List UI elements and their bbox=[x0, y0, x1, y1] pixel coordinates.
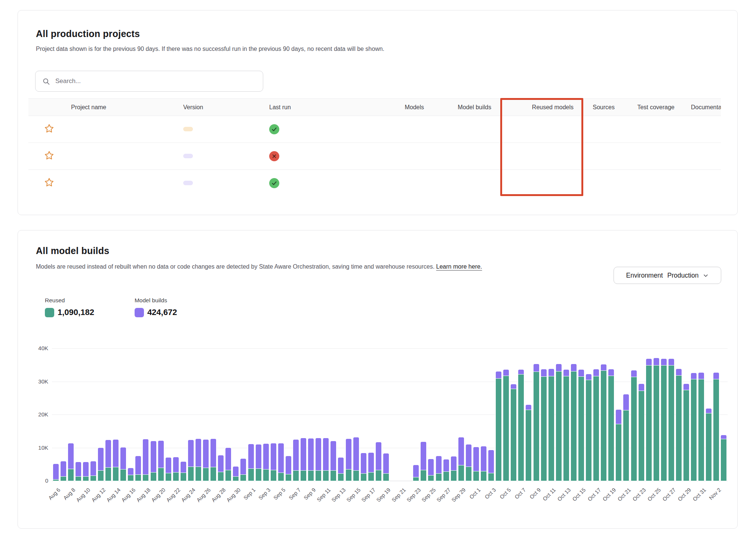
stacked-bar-oct-25 bbox=[654, 358, 659, 481]
bar-segment-model-builds bbox=[240, 459, 246, 474]
bar-segment-reused bbox=[496, 379, 501, 481]
bar-segment-model-builds bbox=[556, 364, 562, 371]
stacked-bar-aug-11 bbox=[90, 461, 96, 481]
bar-segment-reused bbox=[503, 376, 509, 481]
reused-models-cell bbox=[502, 143, 584, 170]
learn-more-link[interactable]: Learn more here. bbox=[436, 263, 482, 270]
bar-segment-model-builds bbox=[105, 440, 111, 467]
bar-segment-reused bbox=[368, 473, 374, 481]
bar-segment-model-builds bbox=[706, 409, 712, 413]
stacked-bar-oct-26 bbox=[661, 359, 667, 481]
stacked-bar-aug-10 bbox=[83, 462, 89, 481]
stacked-bar-oct-30 bbox=[691, 373, 697, 481]
bar-segment-model-builds bbox=[578, 370, 584, 377]
stacked-bar-sep-29 bbox=[458, 437, 464, 481]
table-row bbox=[28, 143, 721, 170]
bar-segment-model-builds bbox=[173, 457, 179, 472]
bar-segment-model-builds bbox=[511, 384, 516, 389]
stacked-bar-sep-10 bbox=[316, 438, 321, 481]
bar-segment-model-builds bbox=[308, 438, 314, 471]
bar-segment-reused bbox=[706, 413, 712, 481]
stacked-bar-aug-19 bbox=[151, 441, 156, 481]
bar-segment-model-builds bbox=[151, 441, 156, 472]
bar-segment-reused bbox=[661, 366, 667, 481]
bar-segment-reused bbox=[608, 376, 614, 481]
gridline bbox=[52, 382, 728, 382]
stacked-bar-oct-8 bbox=[526, 405, 531, 481]
stacked-bar-oct-10 bbox=[541, 369, 547, 481]
bar-segment-reused bbox=[308, 471, 314, 481]
stacked-bar-oct-29 bbox=[683, 384, 689, 481]
stacked-bar-oct-20 bbox=[616, 410, 621, 481]
bar-segment-model-builds bbox=[683, 384, 689, 389]
bar-segment-model-builds bbox=[458, 437, 464, 465]
bar-segment-reused bbox=[113, 467, 119, 481]
bar-segment-reused bbox=[98, 471, 104, 481]
bar-segment-model-builds bbox=[563, 370, 569, 376]
bar-segment-reused bbox=[428, 476, 434, 481]
bar-segment-model-builds bbox=[413, 465, 419, 477]
bar-segment-reused bbox=[135, 475, 141, 481]
stacked-bar-oct-6 bbox=[511, 384, 516, 481]
bar-segment-model-builds bbox=[451, 456, 457, 470]
favorite-star-icon[interactable] bbox=[44, 123, 54, 134]
bar-segment-model-builds bbox=[113, 440, 119, 467]
bar-segment-model-builds bbox=[271, 443, 276, 470]
bar-segment-model-builds bbox=[166, 458, 171, 473]
legend-builds-swatch bbox=[135, 308, 144, 317]
bar-segment-model-builds bbox=[488, 450, 494, 473]
stacked-bar-aug-13 bbox=[105, 440, 111, 481]
stacked-bar-sep-3 bbox=[263, 444, 269, 481]
legend-reused-label: Reused bbox=[45, 297, 94, 304]
stacked-bar-aug-7 bbox=[61, 461, 66, 481]
environment-select[interactable]: Environment Production bbox=[614, 267, 721, 284]
favorite-star-icon[interactable] bbox=[44, 177, 54, 187]
favorite-star-icon[interactable] bbox=[44, 150, 54, 161]
legend-builds-value: 424,672 bbox=[147, 308, 177, 317]
bar-segment-model-builds bbox=[331, 441, 336, 471]
bar-segment-reused bbox=[248, 469, 254, 481]
column-header-reused-models: Reused models bbox=[502, 99, 584, 116]
stacked-bar-sep-15 bbox=[353, 437, 359, 481]
bar-segment-model-builds bbox=[503, 370, 509, 376]
stacked-bar-oct-16 bbox=[586, 374, 591, 481]
bar-segment-model-builds bbox=[691, 373, 697, 379]
search-icon bbox=[42, 77, 50, 85]
projects-table-wrap: Project nameVersionLast runModelsModel b… bbox=[28, 98, 721, 196]
documentation-cell bbox=[685, 143, 721, 170]
bar-segment-model-builds bbox=[188, 440, 194, 467]
stacked-bar-oct-14 bbox=[571, 364, 577, 481]
stacked-bar-sep-24 bbox=[421, 442, 426, 481]
search-input[interactable] bbox=[55, 77, 256, 85]
bar-segment-model-builds bbox=[68, 443, 74, 469]
models-cell bbox=[397, 143, 434, 170]
sources-cell bbox=[584, 143, 625, 170]
bar-segment-reused bbox=[338, 474, 344, 481]
legend-reused-swatch bbox=[45, 308, 54, 317]
models-cell bbox=[397, 116, 434, 143]
bar-segment-reused bbox=[383, 474, 389, 481]
bar-segment-reused bbox=[458, 465, 464, 481]
bar-segment-model-builds bbox=[586, 374, 591, 380]
project-search[interactable] bbox=[35, 71, 263, 92]
stacked-bar-sep-17 bbox=[368, 453, 374, 481]
stacked-bar-aug-27 bbox=[210, 439, 216, 481]
bar-segment-model-builds bbox=[368, 453, 374, 472]
bar-segment-model-builds bbox=[466, 444, 471, 467]
bar-segment-model-builds bbox=[608, 369, 614, 376]
projects-table: Project nameVersionLast runModelsModel b… bbox=[28, 98, 721, 196]
bar-segment-model-builds bbox=[443, 459, 449, 471]
stacked-bar-nov-2 bbox=[713, 373, 719, 481]
stacked-bar-aug-18 bbox=[143, 439, 148, 481]
stacked-bar-sep-23 bbox=[413, 465, 419, 481]
run-error-icon bbox=[269, 151, 279, 161]
bar-segment-model-builds bbox=[526, 405, 531, 409]
stacked-bar-oct-15 bbox=[578, 370, 584, 481]
stacked-bar-sep-16 bbox=[361, 453, 366, 481]
stacked-bar-sep-26 bbox=[436, 456, 442, 481]
version-badge bbox=[183, 154, 193, 158]
bar-segment-model-builds bbox=[631, 370, 637, 377]
model-builds-cell bbox=[434, 116, 502, 143]
bar-segment-reused bbox=[691, 379, 697, 481]
legend-reused-value: 1,090,182 bbox=[58, 308, 94, 317]
